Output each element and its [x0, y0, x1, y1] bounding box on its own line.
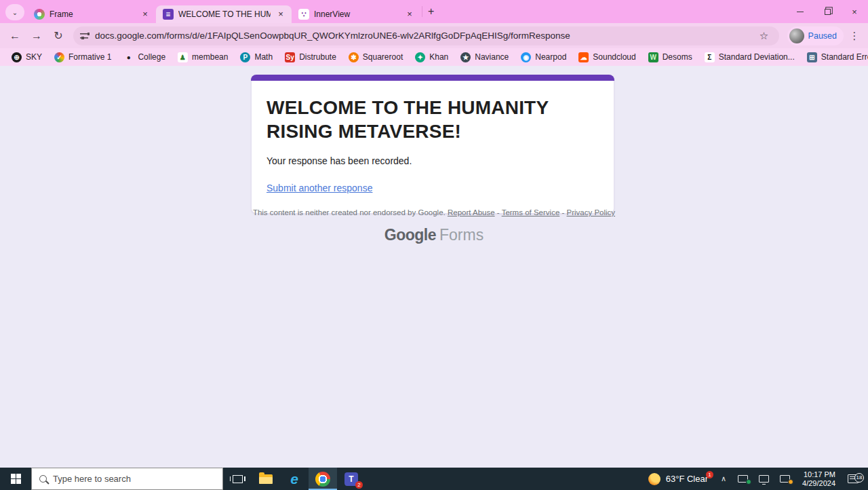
- page-content: WELCOME TO THE HUMANITY RISING METAVERSE…: [0, 66, 868, 468]
- tray-app-button[interactable]: [732, 475, 753, 483]
- tab-title: InnerView: [314, 10, 399, 19]
- innerview-favicon-icon: ∵: [298, 9, 309, 20]
- bookmark-item[interactable]: ♟ membean: [172, 50, 234, 64]
- bookmark-star-icon[interactable]: ☆: [756, 30, 772, 42]
- bookmark-item[interactable]: ✦ Khan: [409, 50, 454, 64]
- tab-innerview[interactable]: ∵ InnerView ×: [292, 5, 420, 23]
- confirmation-text: Your response has been recorded.: [267, 155, 597, 166]
- reload-button[interactable]: ↻: [49, 26, 68, 45]
- new-tab-button[interactable]: +: [428, 5, 434, 18]
- file-explorer-icon: [259, 474, 273, 484]
- card-body: WELCOME TO THE HUMANITY RISING METAVERSE…: [252, 81, 614, 213]
- bookmark-item[interactable]: ✓ Formative 1: [48, 50, 117, 64]
- membean-figure-icon: ♟: [178, 52, 188, 62]
- bookmark-item[interactable]: ✱ Squareroot: [342, 50, 409, 64]
- bookmark-item[interactable]: ◉ Nearpod: [515, 50, 572, 64]
- card-accent-bar: [251, 75, 614, 81]
- chevron-down-icon: ⌄: [12, 9, 18, 16]
- terms-of-service-link[interactable]: Terms of Service: [502, 208, 560, 216]
- file-explorer-button[interactable]: [252, 468, 280, 490]
- calculator-icon: ⊞: [807, 52, 817, 62]
- forms-logo-text: Forms: [439, 226, 484, 244]
- taskbar-clock[interactable]: 10:17 PM 4/29/2024: [795, 470, 842, 488]
- bookmark-item[interactable]: W Desoms: [642, 50, 698, 64]
- w-square-icon: W: [648, 52, 658, 62]
- site-info-icon[interactable]: [80, 32, 90, 40]
- tab-frame[interactable]: Frame ×: [27, 5, 156, 23]
- google-forms-logo: GoogleForms: [0, 226, 868, 244]
- browser-menu-button[interactable]: ⋮: [846, 30, 863, 42]
- monitor-icon: [759, 475, 769, 483]
- teams-button[interactable]: T 2: [337, 468, 366, 490]
- restore-icon: [825, 9, 831, 15]
- globe-icon: ⊕: [12, 52, 22, 62]
- taskbar-search-input[interactable]: Type here to search: [31, 468, 223, 490]
- google-forms-favicon-icon: ≣: [163, 9, 174, 20]
- formative-check-icon: ✓: [54, 52, 64, 62]
- tab-humanity-active[interactable]: ≣ WELCOME TO THE HUMANITY ×: [156, 5, 292, 23]
- minimize-button[interactable]: [787, 0, 814, 23]
- acorn-icon: ●: [123, 52, 134, 62]
- form-footer: This content is neither created nor endo…: [0, 208, 868, 216]
- bookmark-item[interactable]: ★ Naviance: [454, 50, 515, 64]
- google-logo-text: Google: [384, 226, 436, 244]
- p-circle-icon: P: [240, 52, 250, 62]
- browser-toolbar: ← → ↻ docs.google.com/forms/d/e/1FAIpQLS…: [0, 23, 868, 48]
- windows-taskbar: Type here to search e T 2 1 63°F Clear ∧: [0, 468, 868, 490]
- bookmark-item[interactable]: Σ Standard Deviation...: [698, 50, 801, 64]
- privacy-policy-link[interactable]: Privacy Policy: [567, 208, 616, 216]
- display-connect-button[interactable]: [753, 475, 774, 483]
- bookmark-item[interactable]: ● College: [117, 50, 172, 64]
- chrome-icon: [315, 472, 330, 487]
- tab-title: WELCOME TO THE HUMANITY: [178, 10, 271, 19]
- internet-explorer-button[interactable]: e: [280, 468, 309, 490]
- back-button[interactable]: ←: [5, 26, 24, 45]
- nearpod-circle-icon: ◉: [521, 52, 531, 62]
- profile-button[interactable]: Paused: [787, 26, 844, 45]
- task-view-button[interactable]: [223, 468, 252, 490]
- tab-divider: [422, 6, 422, 17]
- tab-close-icon[interactable]: ×: [404, 9, 415, 20]
- search-placeholder: Type here to search: [53, 474, 131, 484]
- bookmark-item[interactable]: ⊕ SKY: [5, 50, 48, 64]
- compass-icon: ★: [460, 52, 471, 62]
- form-title: WELCOME TO THE HUMANITY RISING METAVERSE…: [267, 96, 597, 143]
- forward-button[interactable]: →: [27, 26, 46, 45]
- weather-text: 63°F Clear: [666, 474, 708, 484]
- form-response-card: WELCOME TO THE HUMANITY RISING METAVERSE…: [251, 75, 614, 214]
- minimize-icon: [797, 12, 804, 12]
- start-button[interactable]: [0, 468, 31, 490]
- tab-close-icon[interactable]: ×: [140, 9, 151, 20]
- bookmark-item[interactable]: Sy Distrubute: [279, 50, 342, 64]
- status-dot-orange: [788, 479, 793, 485]
- bookmarks-list: ⊕ SKY ✓ Formative 1 ● College ♟ membean …: [5, 50, 868, 64]
- system-tray: 1 63°F Clear ∧ 10:17 PM 4/29/2024 18: [642, 468, 868, 490]
- internet-explorer-icon: e: [290, 472, 298, 486]
- teams-notification-badge: 2: [355, 481, 363, 489]
- frame-favicon-icon: [34, 9, 45, 20]
- window-controls: ×: [787, 0, 868, 23]
- tray-app-button-2[interactable]: [774, 475, 795, 483]
- clock-time: 10:17 PM: [802, 470, 835, 479]
- weather-widget[interactable]: 1 63°F Clear: [642, 473, 715, 485]
- windows-logo-icon: [11, 474, 21, 484]
- chrome-taskbar-button[interactable]: [309, 468, 337, 490]
- submit-another-response-link[interactable]: Submit another response: [267, 183, 372, 193]
- action-center-button[interactable]: 18: [842, 474, 868, 483]
- bookmark-item[interactable]: ⊞ Standard Error Calc...: [801, 50, 868, 64]
- search-icon: [39, 475, 47, 483]
- bookmark-item[interactable]: P Math: [234, 50, 279, 64]
- cloud-icon: ☁: [578, 52, 589, 62]
- tab-search-button[interactable]: ⌄: [5, 4, 24, 20]
- bookmark-item[interactable]: ☁ Soundcloud: [572, 50, 642, 64]
- desktop-screen: ⌄ Frame × ≣ WELCOME TO THE HUMANITY × ∵ …: [0, 0, 868, 490]
- url-text[interactable]: docs.google.com/forms/d/e/1FAIpQLSenOowp…: [95, 31, 751, 41]
- khan-leaf-icon: ✦: [415, 52, 425, 62]
- address-bar[interactable]: docs.google.com/forms/d/e/1FAIpQLSenOowp…: [73, 26, 779, 45]
- close-button[interactable]: ×: [841, 0, 868, 23]
- tray-expand-button[interactable]: ∧: [715, 474, 732, 483]
- report-abuse-link[interactable]: Report Abuse: [448, 208, 495, 216]
- tab-close-icon[interactable]: ×: [275, 9, 286, 20]
- task-view-icon: [233, 475, 243, 483]
- restore-button[interactable]: [814, 0, 841, 23]
